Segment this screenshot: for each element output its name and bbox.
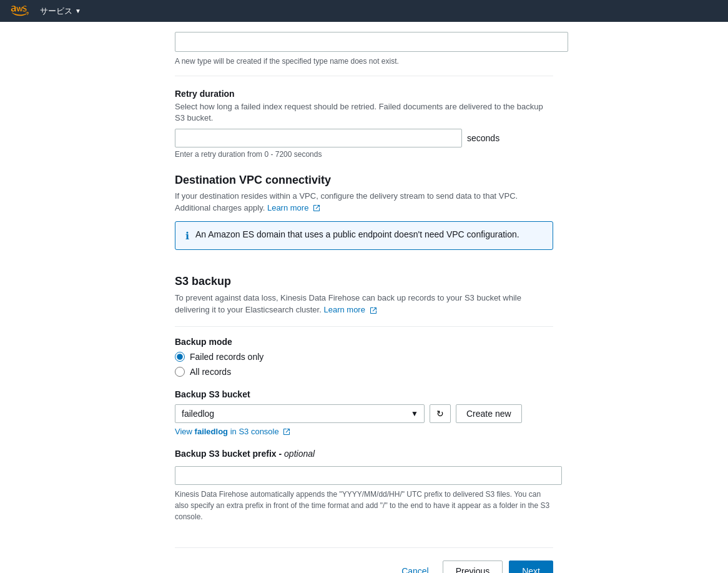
retry-duration-label: Retry duration (175, 89, 553, 99)
services-label: サービス (40, 6, 72, 17)
all-records-label: All records (190, 367, 231, 377)
info-icon: ℹ (185, 230, 189, 242)
refresh-icon: ↻ (436, 409, 444, 419)
all-records-option[interactable]: All records (175, 367, 553, 377)
all-records-radio[interactable] (175, 367, 185, 377)
s3-learn-more-link[interactable]: Learn more (323, 305, 376, 314)
vpc-section: Destination VPC connectivity If your des… (175, 174, 553, 249)
refresh-button[interactable]: ↻ (430, 404, 451, 423)
aws-logo (10, 4, 30, 18)
bucket-select[interactable]: failedlog (175, 404, 425, 423)
retry-duration-description: Select how long a failed index request s… (175, 101, 553, 124)
optional-label: optional (284, 449, 315, 459)
main-content: A new type will be created if the specif… (0, 22, 728, 573)
s3-description: To prevent against data loss, Kinesis Da… (175, 292, 553, 316)
backup-bucket-section: Backup S3 bucket failedlog ▼ ↻ Create ne… (175, 389, 553, 436)
footer-actions: Cancel Previous Next (175, 547, 553, 573)
type-name-input[interactable] (175, 32, 568, 52)
type-hint-text: A new type will be created if the specif… (175, 57, 553, 66)
backup-bucket-label: Backup S3 bucket (175, 389, 553, 399)
retry-duration-suffix: seconds (467, 133, 499, 143)
bucket-row: failedlog ▼ ↻ Create new (175, 404, 553, 423)
bucket-select-wrapper: failedlog ▼ (175, 404, 425, 423)
retry-duration-input[interactable]: 300 (175, 129, 462, 147)
backup-mode-label: Backup mode (175, 337, 553, 347)
s3-heading: S3 backup (175, 275, 553, 288)
next-button[interactable]: Next (509, 561, 553, 573)
vpc-info-text: An Amazon ES domain that uses a public e… (195, 229, 519, 239)
vpc-info-box: ℹ An Amazon ES domain that uses a public… (175, 221, 553, 250)
bucket-prefix-label: Backup S3 bucket prefix - optional (175, 449, 553, 459)
failed-records-option[interactable]: Failed records only (175, 352, 553, 362)
view-bucket-link-row: View failedlog in S3 console (175, 427, 553, 436)
backup-mode-radio-group: Failed records only All records (175, 352, 553, 377)
cancel-button[interactable]: Cancel (394, 561, 436, 573)
top-navigation: サービス ▼ (0, 0, 728, 22)
previous-button[interactable]: Previous (443, 561, 503, 573)
services-chevron-icon: ▼ (75, 7, 81, 14)
s3-backup-section: S3 backup To prevent against data loss, … (175, 275, 553, 522)
vpc-learn-more-link[interactable]: Learn more (267, 203, 320, 212)
failed-records-radio[interactable] (175, 352, 185, 362)
backup-mode-section: Backup mode Failed records only All reco… (175, 337, 553, 377)
create-new-button[interactable]: Create new (456, 404, 522, 423)
bucket-prefix-input[interactable]: ses-firehose-failed (175, 466, 562, 485)
retry-duration-section: Retry duration Select how long a failed … (175, 89, 553, 159)
view-bucket-link[interactable]: View failedlog in S3 console (175, 427, 290, 436)
bucket-prefix-description: Kinesis Data Firehose automatically appe… (175, 489, 553, 522)
retry-duration-hint: Enter a retry duration from 0 - 7200 sec… (175, 150, 553, 159)
bucket-name-in-link: failedlog (195, 427, 228, 436)
vpc-heading: Destination VPC connectivity (175, 174, 553, 187)
bucket-prefix-section: Backup S3 bucket prefix - optional ses-f… (175, 449, 553, 522)
type-name-section: A new type will be created if the specif… (175, 22, 553, 76)
failed-records-label: Failed records only (190, 352, 263, 362)
vpc-description: If your destination resides within a VPC… (175, 191, 553, 213)
services-menu[interactable]: サービス ▼ (40, 6, 81, 17)
